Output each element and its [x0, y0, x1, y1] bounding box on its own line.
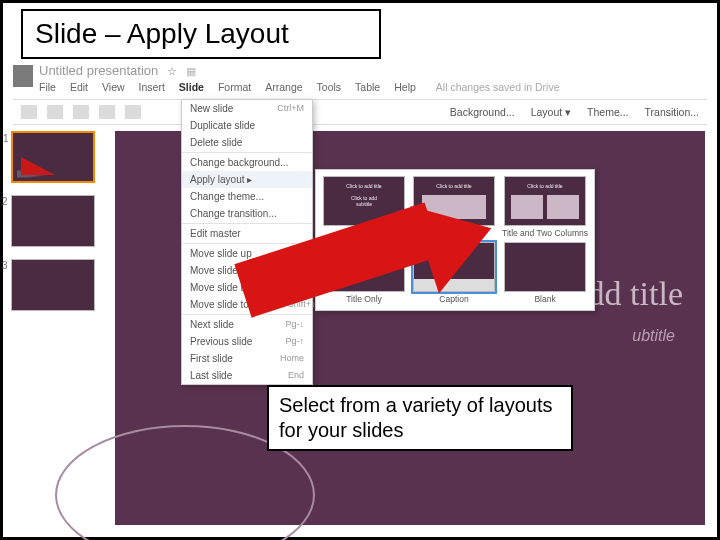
menu-format[interactable]: Format [218, 81, 251, 93]
doc-name[interactable]: Untitled presentation [39, 63, 158, 78]
slide-menu-dropdown: New slideCtrl+MDuplicate slideDelete sli… [181, 99, 313, 385]
menu-edit[interactable]: Edit [70, 81, 88, 93]
menu-item-apply-layout[interactable]: Apply layout ▸ [182, 171, 312, 188]
menu-item-change-theme-[interactable]: Change theme... [182, 188, 312, 205]
slides-app-icon [13, 65, 33, 87]
toolbar-layout[interactable]: Layout ▾ [531, 106, 571, 118]
star-icon[interactable]: ☆ [167, 65, 177, 77]
thumb-3[interactable]: 3 [11, 259, 95, 311]
doc-header: Untitled presentation ☆ ▦ [39, 63, 196, 78]
menu-item-change-transition-[interactable]: Change transition... [182, 205, 312, 222]
annotation-callout: Select from a variety of layouts for you… [267, 385, 573, 451]
menu-help[interactable]: Help [394, 81, 416, 93]
menu-table[interactable]: Table [355, 81, 380, 93]
menu-item-change-background-[interactable]: Change background... [182, 154, 312, 171]
menu-item-previous-slide[interactable]: Previous slidePg-↑ [182, 333, 312, 350]
layout-option-blank[interactable]: Blank [502, 242, 588, 304]
menu-item-duplicate-slide[interactable]: Duplicate slide [182, 117, 312, 134]
menu-arrange[interactable]: Arrange [265, 81, 302, 93]
canvas-subtitle-placeholder[interactable]: ubtitle [632, 327, 675, 345]
new-slide-icon[interactable] [21, 105, 37, 119]
slide-frame: Slide – Apply Layout Untitled presentati… [0, 0, 720, 540]
paint-icon[interactable] [99, 105, 115, 119]
menu-item-new-slide[interactable]: New slideCtrl+M [182, 100, 312, 117]
folder-icon[interactable]: ▦ [186, 65, 196, 77]
slide-thumbnails: 1 2 3 [11, 131, 105, 323]
undo-icon[interactable] [47, 105, 63, 119]
layout-option-title-and-two-columns[interactable]: Click to add titleTitle and Two Columns [502, 176, 588, 238]
thumb-num: 1 [3, 133, 9, 144]
menubar: File Edit View Insert Slide Format Arran… [39, 81, 560, 93]
menu-file[interactable]: File [39, 81, 56, 93]
menu-view[interactable]: View [102, 81, 125, 93]
thumb-2[interactable]: 2 [11, 195, 95, 247]
canvas-title-placeholder[interactable]: dd title [588, 275, 683, 313]
lesson-title: Slide – Apply Layout [21, 9, 381, 59]
menu-slide[interactable]: Slide [179, 81, 204, 93]
thumb-1[interactable]: 1 [11, 131, 95, 183]
save-status: All changes saved in Drive [436, 81, 560, 93]
zoom-icon[interactable] [125, 105, 141, 119]
toolbar: Background... Layout ▾ Theme... Transiti… [13, 99, 707, 125]
menu-item-edit-master[interactable]: Edit master [182, 225, 312, 242]
toolbar-theme[interactable]: Theme... [587, 106, 628, 118]
menu-tools[interactable]: Tools [317, 81, 342, 93]
menu-item-first-slide[interactable]: First slideHome [182, 350, 312, 367]
toolbar-background[interactable]: Background... [450, 106, 515, 118]
menu-item-delete-slide[interactable]: Delete slide [182, 134, 312, 151]
redo-icon[interactable] [73, 105, 89, 119]
thumb-num: 3 [2, 260, 8, 271]
menu-item-next-slide[interactable]: Next slidePg-↓ [182, 316, 312, 333]
menu-insert[interactable]: Insert [139, 81, 165, 93]
menu-item-last-slide[interactable]: Last slideEnd [182, 367, 312, 384]
thumb-num: 2 [2, 196, 8, 207]
toolbar-transition[interactable]: Transition... [645, 106, 699, 118]
